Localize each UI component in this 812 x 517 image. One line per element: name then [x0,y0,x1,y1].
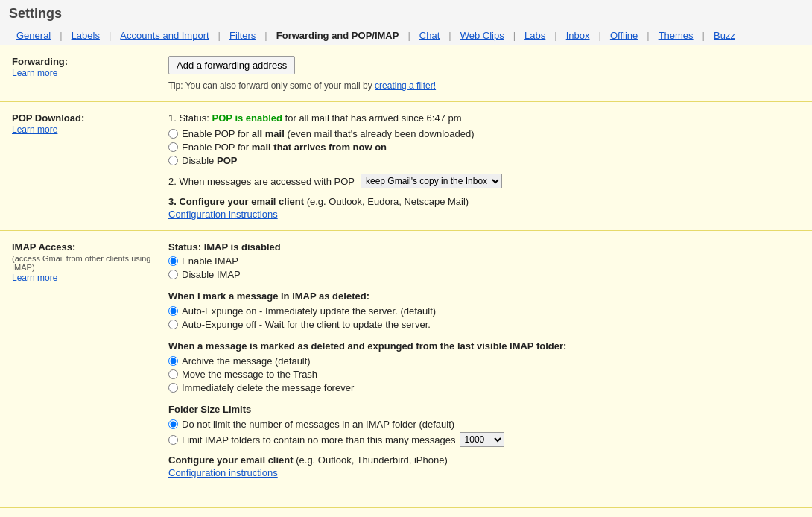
imap-trash-radio[interactable] [168,369,178,379]
pop-title: POP Download: [12,112,156,124]
tab-webclips[interactable]: Web Clips [453,26,512,45]
pop-content: 1. Status: POP is enabled for all mail t… [168,112,800,220]
pop-radio-disable: Disable POP [168,155,800,166]
imap-disable-row: Disable IMAP [168,269,800,280]
imap-delete-label: Immediately delete the message forever [182,382,354,393]
pop-status-value: POP is enabled [212,112,282,124]
tab-general[interactable]: General [9,26,58,45]
imap-expunge-off-label: Auto-Expunge off - Wait for the client t… [182,319,431,330]
pop-config-link[interactable]: Configuration instructions [168,209,800,220]
add-forwarding-button[interactable]: Add a forwarding address [168,56,295,74]
pop-radio-now-input[interactable] [168,142,178,152]
imap-limit-row: Limit IMAP folders to contain no more th… [168,432,800,447]
imap-configure: Configure your email client (e.g. Outloo… [168,454,800,478]
imap-section: IMAP Access: (access Gmail from other cl… [0,231,812,489]
tab-labs[interactable]: Labs [517,26,553,45]
pop-when-row: 2. When messages are accessed with POP k… [168,174,800,188]
tab-labels[interactable]: Labels [64,26,107,45]
page-title: Settings [9,6,803,22]
tab-filters[interactable]: Filters [222,26,263,45]
pop-disable-label: Disable POP [182,155,237,166]
imap-enable-label: Enable IMAP [182,256,238,267]
tab-offline[interactable]: Offline [603,26,645,45]
forwarding-label: Forwarding: Learn more [12,56,168,78]
pop-now-label: Enable POP for mail that arrives from no… [182,142,387,153]
imap-expunge-off-row: Auto-Expunge off - Wait for the client t… [168,319,800,330]
pop-radio-now: Enable POP for mail that arrives from no… [168,142,800,153]
imap-archive-label: Archive the message (default) [182,355,311,367]
nav-tabs: General | Labels | Accounts and Import |… [9,26,803,45]
imap-limit-select[interactable]: 1000 2000 5000 10000 [460,432,504,447]
imap-archive-row: Archive the message (default) [168,355,800,367]
pop-when-select[interactable]: keep Gmail's copy in the Inbox archive G… [361,174,502,188]
imap-content: Status: IMAP is disabled Enable IMAP Dis… [168,241,800,478]
imap-trash-label: Move the message to the Trash [182,369,317,380]
imap-limit-label: Limit IMAP folders to contain no more th… [182,434,456,445]
forwarding-learn-more[interactable]: Learn more [12,68,57,78]
imap-disable-radio[interactable] [168,270,178,279]
pop-status: 1. Status: POP is enabled for all mail t… [168,112,800,124]
pop-section: POP Download: Learn more 1. Status: POP … [0,102,812,231]
imap-sub: (access Gmail from other clients using I… [12,254,156,272]
imap-title: IMAP Access: [12,241,156,253]
footer: Save Changes Cancel [0,507,812,517]
imap-config-link[interactable]: Configuration instructions [168,467,800,478]
pop-radio-all: Enable POP for all mail (even mail that'… [168,128,800,139]
pop-configure: 3. Configure your email client (e.g. Out… [168,196,800,220]
imap-when-expunged-heading: When a message is marked as deleted and … [168,340,800,352]
imap-when-deleted-heading: When I mark a message in IMAP as deleted… [168,291,800,302]
imap-trash-row: Move the message to the Trash [168,369,800,380]
imap-expunge-on-radio[interactable] [168,306,178,316]
imap-enable-radio[interactable] [168,256,178,266]
imap-status: Status: IMAP is disabled [168,241,800,253]
imap-no-limit-label: Do not limit the number of messages in a… [182,419,454,430]
imap-expunge-on-row: Auto-Expunge on - Immediately update the… [168,305,800,317]
forwarding-section: Forwarding: Learn more Add a forwarding … [0,45,812,102]
pop-radio-disable-input[interactable] [168,156,178,165]
tab-inbox[interactable]: Inbox [559,26,597,45]
pop-radio-all-input[interactable] [168,129,178,139]
imap-learn-more[interactable]: Learn more [12,273,57,283]
imap-disable-label: Disable IMAP [182,269,241,280]
pop-learn-more[interactable]: Learn more [12,124,57,135]
imap-delete-row: Immediately delete the message forever [168,382,800,393]
tab-accounts[interactable]: Accounts and Import [112,26,216,45]
forwarding-tip: Tip: You can also forward only some of y… [168,80,800,91]
imap-label: IMAP Access: (access Gmail from other cl… [12,241,168,283]
tab-buzz[interactable]: Buzz [706,26,743,45]
forwarding-title: Forwarding: [12,56,156,67]
tab-forwarding: Forwarding and POP/IMAP [269,26,407,45]
imap-enable-row: Enable IMAP [168,256,800,267]
forwarding-content: Add a forwarding address Tip: You can al… [168,56,800,91]
pop-all-label: Enable POP for all mail (even mail that'… [182,128,475,139]
tab-themes[interactable]: Themes [651,26,701,45]
imap-archive-radio[interactable] [168,356,178,366]
imap-expunge-off-radio[interactable] [168,320,178,329]
imap-no-limit-radio[interactable] [168,419,178,429]
imap-delete-radio[interactable] [168,383,178,393]
imap-folder-size-heading: Folder Size Limits [168,404,800,415]
tab-chat[interactable]: Chat [412,26,447,45]
imap-expunge-on-label: Auto-Expunge on - Immediately update the… [182,305,436,317]
imap-limit-radio[interactable] [168,435,178,445]
create-filter-link[interactable]: creating a filter! [375,80,436,91]
pop-label: POP Download: Learn more [12,112,168,135]
imap-no-limit-row: Do not limit the number of messages in a… [168,419,800,430]
